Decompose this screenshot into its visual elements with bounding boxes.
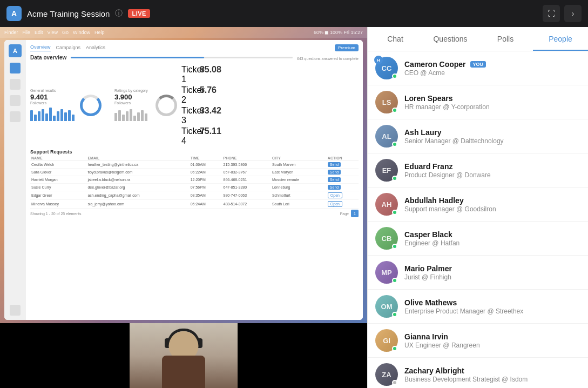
general-results-label: General results [30, 89, 75, 92]
general-results: General results 9.401 Followers [30, 65, 359, 146]
person-name: Olive Mathews [404, 298, 580, 307]
avatar-wrap: H CC [375, 57, 398, 79]
presenter-video [130, 323, 238, 388]
bar-chart-2 [114, 106, 148, 121]
next-button[interactable]: › [564, 5, 582, 22]
list-item[interactable]: OM Olive Mathews Enterprise Product Mana… [368, 290, 588, 324]
list-item[interactable]: EF Eduard Franz Product Designer @ Donwa… [368, 153, 588, 188]
session-title: Acme Training Session [27, 9, 110, 18]
person-name: Zachary Albright [404, 366, 580, 375]
person-name: Abdullah Hadley [404, 196, 580, 205]
app-main: Overview Campaigns Analytics Premium Dat… [26, 40, 363, 320]
sidebar-nav-5[interactable] [10, 305, 21, 316]
tab-polls[interactable]: Polls [478, 27, 533, 51]
menu-help[interactable]: Help [94, 30, 105, 35]
host-icon: H [374, 56, 383, 64]
menu-go[interactable]: Go [62, 30, 69, 35]
menu-window[interactable]: Window [73, 30, 90, 35]
status-dot [392, 210, 397, 215]
tab-chat[interactable]: Chat [368, 27, 423, 51]
list-item[interactable]: ZA Zachary Albright Business Development… [368, 358, 588, 388]
send-button[interactable]: Send [328, 162, 341, 167]
open-button[interactable]: Open [328, 192, 342, 198]
table-row: Minerva Massey sia_jerry@yahoo.com 05:24… [30, 200, 359, 209]
bar-chart-1 [30, 106, 75, 121]
status-dot [392, 176, 397, 181]
list-item[interactable]: GI Gianna Irvin UX Engineer @ Rangreen [368, 324, 588, 358]
col-phone: PHONE [222, 156, 271, 161]
list-item[interactable]: CB Casper Black Engineer @ Hatfan [368, 222, 588, 256]
person-role: CEO @ Acme [404, 69, 580, 77]
app-window: A Overview Campaigns Analytics [4, 40, 363, 320]
metric1-label: Followers [30, 101, 75, 105]
app-tabs: Overview Campaigns Analytics Premium [30, 44, 359, 51]
tab-analytics[interactable]: Analytics [86, 45, 105, 51]
person-role: HR manager @ Y-corporation [404, 103, 580, 111]
status-dot [392, 278, 397, 283]
sidebar-logo: A [9, 44, 22, 57]
tab-campaigns[interactable]: Campaigns [56, 45, 81, 51]
sidebar-nav-4[interactable] [10, 111, 21, 122]
mac-menubar: Finder File Edit View Go Window Help 60%… [0, 27, 367, 38]
premium-button[interactable]: Premium [335, 44, 359, 51]
status-dot [392, 380, 397, 385]
col-email: EMAIL [86, 156, 189, 161]
sidebar-nav-1[interactable] [10, 63, 21, 73]
person-role: Engineer @ Hatfan [404, 239, 580, 247]
table-row: Cecilia Welch heather_testing@yinthetics… [30, 161, 359, 169]
table-row: Harriett Morgan jabeel.a.black@nelson.ra… [30, 176, 359, 184]
person-info: Ash Laury Senior Manager @ Dalttechnolog… [404, 128, 580, 145]
sidebar-nav-2[interactable] [10, 79, 21, 90]
list-item[interactable]: H CC Cameron CooperYOU CEO @ Acme [368, 51, 588, 85]
menu-file[interactable]: File [23, 30, 31, 35]
people-list: H CC Cameron CooperYOU CEO @ Acme LS Lor… [368, 51, 588, 388]
list-item[interactable]: AH Abdullah Hadley Support manager @ Goo… [368, 188, 588, 222]
camera-tile [130, 323, 238, 388]
person-role: Product Designer @ Donware [404, 171, 580, 179]
live-badge: LIVE [128, 9, 150, 18]
tab-people[interactable]: People [533, 27, 588, 51]
person-info: Mario Palmer Jurist @ Finhigh [404, 264, 580, 281]
menu-view[interactable]: View [48, 30, 58, 35]
data-overview-title: Data overview [30, 55, 66, 61]
expand-button[interactable]: ⛶ [543, 5, 560, 22]
open-button[interactable]: Open [328, 201, 342, 207]
send-button[interactable]: Send [328, 170, 341, 175]
list-item[interactable]: LS Loren Spears HR manager @ Y-corporati… [368, 85, 588, 119]
status-dot [392, 312, 397, 317]
page-1-btn[interactable]: 1 [351, 210, 359, 217]
list-item[interactable]: AL Ash Laury Senior Manager @ Dalttechno… [368, 119, 588, 153]
col-action: ACTION [327, 156, 359, 161]
avatar-wrap: CB [375, 227, 398, 250]
person-name: Gianna Irvin [404, 332, 580, 341]
completed-text: 643 questions answered to complete [297, 57, 359, 61]
send-button[interactable]: Send [328, 185, 341, 190]
avatar-wrap: LS [375, 91, 398, 113]
list-item[interactable]: MP Mario Palmer Jurist @ Finhigh [368, 256, 588, 290]
top-bar: A Acme Training Session ⓘ LIVE ⛶ › [0, 0, 588, 27]
panel-tabs: Chat Questions Polls People [368, 27, 588, 51]
metric1-number: 9.401 [30, 93, 75, 101]
table-row: Edgar Greer ash.ending_capha@gmail.com 0… [30, 191, 359, 200]
person-info: Abdullah Hadley Support manager @ Goodsi… [404, 196, 580, 213]
status-dot [392, 108, 397, 113]
status-dot [392, 142, 397, 147]
person-body [162, 356, 205, 388]
avatar-wrap: EF [375, 159, 398, 182]
sidebar-nav-3[interactable] [10, 95, 21, 106]
table-row: Susie Curry dee.glover@bazar.org 07:56PM… [30, 184, 359, 191]
col-name: NAME [30, 156, 86, 161]
mac-status-bar: 60% ◼ 100% Fri 15:27 [314, 30, 363, 35]
send-button[interactable]: Send [328, 177, 341, 182]
tab-questions[interactable]: Questions [423, 27, 478, 51]
menu-finder[interactable]: Finder [4, 30, 18, 35]
menu-edit[interactable]: Edit [35, 30, 43, 35]
person-info: Cameron CooperYOU CEO @ Acme [404, 60, 580, 77]
avatar-wrap: OM [375, 295, 398, 318]
avatar-wrap: GI [375, 329, 398, 352]
tab-overview[interactable]: Overview [30, 44, 51, 51]
main-content: Finder File Edit View Go Window Help 60%… [0, 27, 588, 388]
info-icon[interactable]: ⓘ [115, 9, 123, 18]
person-name: Cameron CooperYOU [404, 60, 580, 69]
person-name: Ash Laury [404, 128, 580, 137]
